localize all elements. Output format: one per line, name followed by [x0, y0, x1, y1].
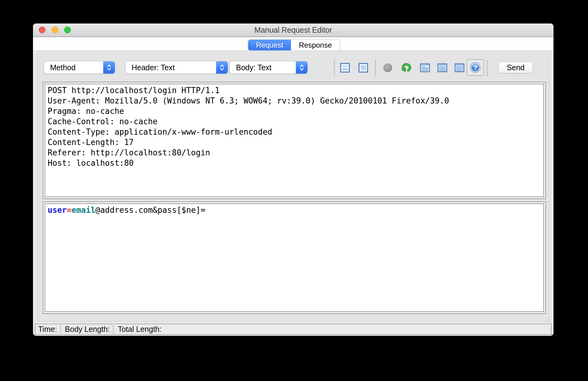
request-header-text[interactable]: POST http://localhost/login HTTP/1.1User…	[45, 84, 544, 197]
statusbar-separator	[113, 326, 114, 333]
single-view-button[interactable]	[358, 63, 368, 73]
header-line: Referer: http://localhost:80/login	[48, 147, 541, 158]
desktop-background: Manual Request Editor Request Response M…	[0, 0, 588, 381]
method-dropdown[interactable]: Method	[44, 61, 115, 74]
tab-request[interactable]: Request	[248, 40, 291, 50]
tab-view-button[interactable]	[420, 63, 430, 73]
vertical-split-view-icon	[454, 63, 465, 73]
request-body-text[interactable]: user=email@address.com&pass[$ne]=	[45, 203, 544, 312]
header-format-dropdown[interactable]: Header: Text	[125, 61, 228, 74]
request-header-editor[interactable]: POST http://localhost/login HTTP/1.1User…	[43, 82, 546, 199]
header-line: Content-Type: application/x-www-form-url…	[48, 127, 541, 137]
vertical-split-view-button[interactable]	[454, 63, 465, 73]
body-param-name: user	[48, 205, 67, 215]
zoom-button[interactable]	[64, 27, 71, 33]
help-button[interactable]: ?	[467, 59, 484, 76]
svg-text:?: ?	[474, 64, 477, 71]
header-format-dropdown-label: Header: Text	[125, 63, 216, 72]
tab-view-icon	[420, 63, 430, 73]
title-bar[interactable]: Manual Request Editor	[33, 24, 554, 37]
horizontal-split-view-button[interactable]	[437, 63, 448, 73]
toolbar-separator	[375, 61, 376, 75]
header-line: POST http://localhost/login HTTP/1.1	[48, 85, 541, 96]
combined-view-button[interactable]	[340, 63, 350, 73]
close-button[interactable]	[39, 27, 45, 33]
request-body-editor[interactable]: user=email@address.com&pass[$ne]=	[43, 201, 546, 314]
request-response-tabs: Request Response	[248, 39, 340, 51]
horizontal-split-view-icon	[437, 63, 448, 73]
chevron-up-down-icon	[103, 61, 115, 74]
body-length-label: Body Length:	[62, 325, 112, 334]
method-dropdown-label: Method	[44, 63, 103, 72]
manual-request-editor-window: Manual Request Editor Request Response M…	[33, 24, 554, 336]
tab-response[interactable]: Response	[291, 40, 340, 50]
statusbar-separator	[60, 326, 61, 333]
combined-view-icon	[340, 63, 350, 73]
time-label: Time:	[35, 325, 59, 334]
follow-redirects-icon	[401, 62, 412, 73]
status-bar: Time: Body Length: Total Length:	[35, 324, 552, 335]
tab-strip: Request Response	[33, 38, 554, 50]
toolbar-separator	[334, 61, 335, 75]
send-button[interactable]: Send	[498, 62, 533, 73]
body-param-value: email	[71, 205, 95, 215]
record-disabled-button[interactable]	[383, 63, 393, 73]
window-title: Manual Request Editor	[33, 24, 554, 36]
total-length-label: Total Length:	[115, 325, 163, 334]
minimize-button[interactable]	[52, 27, 58, 33]
header-line: Cache-Control: no-cache	[48, 116, 541, 127]
follow-redirects-button[interactable]	[401, 62, 412, 73]
body-format-dropdown[interactable]: Body: Text	[230, 61, 308, 74]
help-icon: ?	[470, 62, 481, 73]
chevron-up-down-icon	[296, 61, 307, 74]
header-line: User-Agent: Mozilla/5.0 (Windows NT 6.3;…	[48, 96, 541, 106]
header-line: Pragma: no-cache	[48, 106, 541, 116]
body-equals: =	[67, 205, 72, 215]
header-line: Host: localhost:80	[48, 158, 541, 168]
chevron-up-down-icon	[216, 61, 228, 74]
body-format-dropdown-label: Body: Text	[230, 63, 296, 72]
toolbar-separator	[487, 61, 488, 75]
single-view-icon	[358, 63, 368, 73]
body-remainder: @address.com&pass[$ne]=	[96, 205, 205, 215]
record-disabled-icon	[383, 63, 393, 73]
header-line: Content-Length: 17	[48, 137, 541, 147]
